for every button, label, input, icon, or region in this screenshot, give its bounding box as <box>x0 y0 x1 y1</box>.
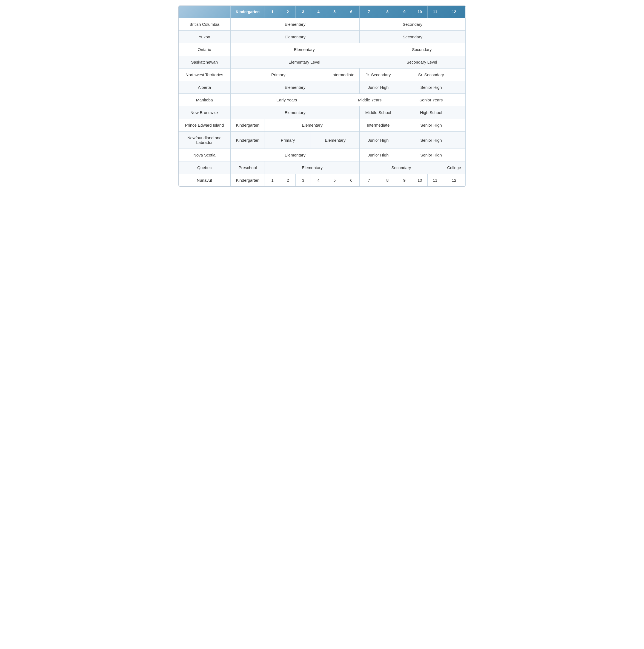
grade-system-table: Kindergarten123456789101112 British Colu… <box>178 5 466 187</box>
segment-cell: Senior Years <box>397 94 465 106</box>
header-col-5: 5 <box>326 6 343 18</box>
segment-cell: Junior High <box>360 132 397 149</box>
province-name: Yukon <box>179 31 231 43</box>
segment-cell: Elementary <box>311 132 360 149</box>
province-name: Manitoba <box>179 94 231 106</box>
segment-cell: 6 <box>343 174 360 187</box>
province-header <box>179 6 231 18</box>
segment-cell: 9 <box>397 174 412 187</box>
table-row: Prince Edward IslandKindergartenElementa… <box>179 119 466 132</box>
segment-cell: Secondary Level <box>378 56 465 69</box>
province-name: New Brunswick <box>179 106 231 119</box>
table-row: OntarioElementarySecondary <box>179 43 466 56</box>
segment-cell: Preschool <box>231 162 265 174</box>
segment-cell: Elementary <box>231 81 360 94</box>
table-header: Kindergarten123456789101112 <box>179 6 466 18</box>
table-row: ManitobaEarly YearsMiddle YearsSenior Ye… <box>179 94 466 106</box>
segment-cell: Junior High <box>360 149 397 162</box>
segment-cell: 10 <box>412 174 427 187</box>
segment-cell: Senior High <box>397 132 465 149</box>
segment-cell: High School <box>397 106 465 119</box>
header-col-11: 11 <box>427 6 443 18</box>
segment-cell: 8 <box>378 174 397 187</box>
segment-cell: 12 <box>443 174 465 187</box>
province-name: Saskatchewan <box>179 56 231 69</box>
segment-cell: 1 <box>265 174 280 187</box>
segment-cell: Jr. Secondary <box>360 69 397 81</box>
province-name: Nunavut <box>179 174 231 187</box>
segment-cell: Kindergarten <box>231 132 265 149</box>
segment-cell: Elementary Level <box>231 56 378 69</box>
province-name: British Columbia <box>179 18 231 31</box>
segment-cell: 5 <box>326 174 343 187</box>
segment-cell: College <box>443 162 465 174</box>
segment-cell: Primary <box>265 132 311 149</box>
segment-cell: Middle Years <box>343 94 397 106</box>
segment-cell: Sr. Secondary <box>397 69 465 81</box>
header-col-8: 8 <box>378 6 397 18</box>
province-name: Newfoundland and Labrador <box>179 132 231 149</box>
header-col-7: 7 <box>360 6 378 18</box>
segment-cell: Middle School <box>360 106 397 119</box>
segment-cell: Elementary <box>231 31 360 43</box>
segment-cell: Kindergarten <box>231 174 265 187</box>
segment-cell: 3 <box>295 174 311 187</box>
segment-cell: Elementary <box>231 149 360 162</box>
header-col-2: 2 <box>280 6 295 18</box>
segment-cell: Secondary <box>360 31 465 43</box>
segment-cell: Senior High <box>397 149 465 162</box>
table-row: YukonElementarySecondary <box>179 31 466 43</box>
segment-cell: Elementary <box>231 43 378 56</box>
segment-cell: Intermediate <box>326 69 360 81</box>
table-row: QuebecPreschoolElementarySecondaryColleg… <box>179 162 466 174</box>
header-col-kindergarten: Kindergarten <box>231 6 265 18</box>
segment-cell: 4 <box>311 174 326 187</box>
segment-cell: 11 <box>427 174 443 187</box>
segment-cell: Kindergarten <box>231 119 265 132</box>
table-row: AlbertaElementaryJunior HighSenior High <box>179 81 466 94</box>
segment-cell: Elementary <box>231 106 360 119</box>
table-row: Nova ScotiaElementaryJunior HighSenior H… <box>179 149 466 162</box>
header-col-4: 4 <box>311 6 326 18</box>
segment-cell: Secondary <box>378 43 465 56</box>
province-name: Alberta <box>179 81 231 94</box>
segment-cell: Senior High <box>397 81 465 94</box>
table-body: British ColumbiaElementarySecondaryYukon… <box>179 18 466 187</box>
table-row: British ColumbiaElementarySecondary <box>179 18 466 31</box>
table-row: New BrunswickElementaryMiddle SchoolHigh… <box>179 106 466 119</box>
segment-cell: Elementary <box>265 162 360 174</box>
segment-cell: Primary <box>231 69 326 81</box>
province-name: Prince Edward Island <box>179 119 231 132</box>
segment-cell: Early Years <box>231 94 343 106</box>
table-row: SaskatchewanElementary LevelSecondary Le… <box>179 56 466 69</box>
table-row: Northwest TerritoriesPrimaryIntermediate… <box>179 69 466 81</box>
header-col-1: 1 <box>265 6 280 18</box>
table-row: Newfoundland and LabradorKindergartenPri… <box>179 132 466 149</box>
header-col-10: 10 <box>412 6 427 18</box>
segment-cell: Elementary <box>231 18 360 31</box>
segment-cell: Junior High <box>360 81 397 94</box>
segment-cell: 2 <box>280 174 295 187</box>
segment-cell: Intermediate <box>360 119 397 132</box>
province-name: Ontario <box>179 43 231 56</box>
province-name: Northwest Territories <box>179 69 231 81</box>
segment-cell: 7 <box>360 174 378 187</box>
table-row: NunavutKindergarten123456789101112 <box>179 174 466 187</box>
province-name: Quebec <box>179 162 231 174</box>
segment-cell: Senior High <box>397 119 465 132</box>
segment-cell: Secondary <box>360 162 443 174</box>
header-col-9: 9 <box>397 6 412 18</box>
header-col-12: 12 <box>443 6 465 18</box>
province-name: Nova Scotia <box>179 149 231 162</box>
header-col-3: 3 <box>295 6 311 18</box>
segment-cell: Elementary <box>265 119 360 132</box>
segment-cell: Secondary <box>360 18 465 31</box>
header-col-6: 6 <box>343 6 360 18</box>
